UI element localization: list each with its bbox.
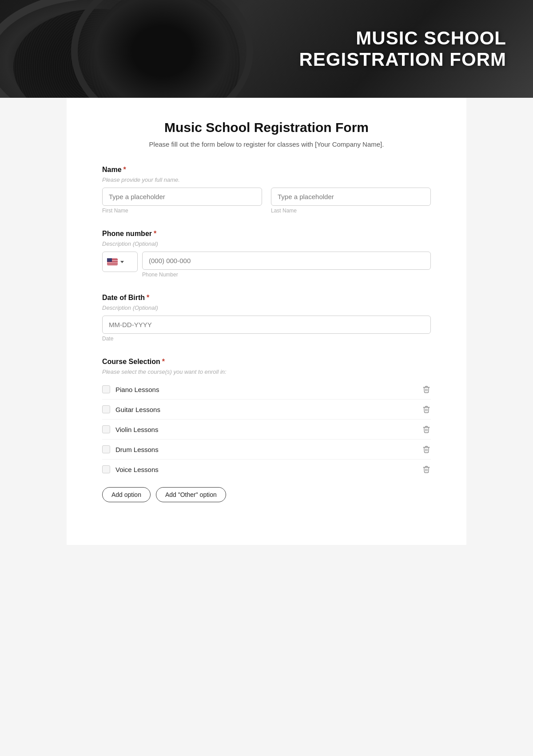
hero-title-line2: REGISTRATION FORM	[299, 49, 506, 70]
course-option-violin-left: Violin Lessons	[102, 425, 158, 433]
form-title: Music School Registration Form	[102, 120, 431, 135]
phone-input[interactable]	[142, 252, 431, 270]
course-checkbox-violin[interactable]	[102, 425, 110, 433]
delete-guitar-button[interactable]	[422, 405, 431, 414]
phone-row: Phone Number	[102, 252, 431, 278]
delete-drum-button[interactable]	[422, 445, 431, 454]
course-field-group: Course Selection * Please select the cou…	[102, 358, 431, 502]
name-description: Please provide your full name.	[102, 176, 431, 183]
phone-label: Phone number *	[102, 230, 431, 238]
last-name-wrapper: Last Name	[271, 188, 431, 214]
course-option-piano: Piano Lessons	[102, 380, 431, 400]
delete-violin-button[interactable]	[422, 425, 431, 434]
course-option-voice-left: Voice Lessons	[102, 465, 159, 473]
course-option-violin: Violin Lessons	[102, 420, 431, 440]
form-container: Music School Registration Form Please fi…	[67, 98, 466, 545]
country-selector[interactable]	[102, 252, 138, 272]
course-label-voice: Voice Lessons	[115, 466, 159, 473]
course-label-drum: Drum Lessons	[115, 446, 159, 453]
first-name-input[interactable]	[102, 188, 262, 206]
course-label-violin: Violin Lessons	[115, 426, 158, 433]
course-checkbox-guitar[interactable]	[102, 405, 110, 413]
last-name-input[interactable]	[271, 188, 431, 206]
course-option-guitar-left: Guitar Lessons	[102, 405, 160, 413]
phone-hint: Phone Number	[142, 272, 431, 278]
first-name-wrapper: First Name	[102, 188, 262, 214]
phone-input-wrapper: Phone Number	[142, 252, 431, 278]
hero-title-block: MUSIC SCHOOL REGISTRATION FORM	[299, 28, 533, 71]
add-other-option-button[interactable]: Add "Other" option	[156, 487, 226, 502]
course-option-drum-left: Drum Lessons	[102, 445, 159, 453]
name-label: Name *	[102, 166, 431, 174]
course-option-voice: Voice Lessons	[102, 460, 431, 479]
hero-banner: MUSIC SCHOOL REGISTRATION FORM	[0, 0, 533, 98]
delete-voice-button[interactable]	[422, 465, 431, 474]
dob-required-star: *	[147, 294, 149, 302]
course-checkbox-list: Piano Lessons Guitar Lessons	[102, 380, 431, 479]
course-option-piano-left: Piano Lessons	[102, 385, 159, 393]
phone-required-star: *	[154, 230, 156, 238]
course-checkbox-piano[interactable]	[102, 385, 110, 393]
form-subtitle: Please fill out the form below to regist…	[102, 140, 431, 148]
delete-piano-button[interactable]	[422, 385, 431, 394]
course-option-drum: Drum Lessons	[102, 440, 431, 460]
country-chevron-icon	[120, 261, 124, 263]
last-name-hint: Last Name	[271, 208, 431, 214]
vinyl-decoration-1	[13, 9, 182, 98]
course-label: Course Selection *	[102, 358, 431, 366]
course-description: Please select the course(s) you want to …	[102, 368, 431, 375]
dob-input[interactable]	[102, 316, 431, 334]
add-option-button[interactable]: Add option	[102, 487, 151, 502]
name-required-star: *	[123, 166, 126, 174]
us-flag-icon	[107, 258, 118, 265]
course-label-piano: Piano Lessons	[115, 386, 159, 393]
dob-hint: Date	[102, 336, 431, 342]
dob-label: Date of Birth *	[102, 294, 431, 302]
course-checkbox-drum[interactable]	[102, 445, 110, 453]
course-label-guitar: Guitar Lessons	[115, 406, 160, 413]
dob-description: Description (Optional)	[102, 304, 431, 311]
name-field-group: Name * Please provide your full name. Fi…	[102, 166, 431, 214]
course-checkbox-voice[interactable]	[102, 465, 110, 473]
course-required-star: *	[162, 358, 165, 366]
phone-field-group: Phone number * Description (Optional) Ph…	[102, 230, 431, 278]
vinyl-decoration-2	[89, 0, 240, 98]
dob-field-group: Date of Birth * Description (Optional) D…	[102, 294, 431, 342]
phone-description: Description (Optional)	[102, 240, 431, 247]
name-inputs-row: First Name Last Name	[102, 188, 431, 214]
course-option-guitar: Guitar Lessons	[102, 400, 431, 420]
hero-title-line1: MUSIC SCHOOL	[356, 28, 506, 48]
first-name-hint: First Name	[102, 208, 262, 214]
add-options-row: Add option Add "Other" option	[102, 487, 431, 502]
